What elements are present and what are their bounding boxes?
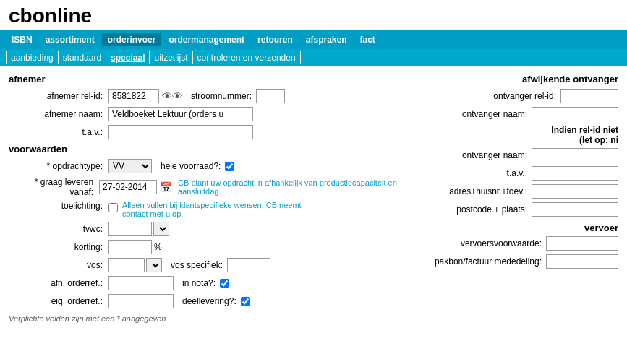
nav-afspraken[interactable]: afspraken (300, 33, 353, 46)
pakbon-input[interactable] (546, 254, 618, 269)
opdrachtype-label: * opdrachtype: (9, 161, 103, 171)
vos-label: vos: (9, 260, 103, 270)
eig-orderref-input[interactable] (108, 294, 174, 308)
pakbon-label: pakbon/factuur mededeling: (435, 256, 542, 266)
graag-leveren-label: * graag leveren vanaf: (9, 177, 93, 197)
stroomnummer-input[interactable] (256, 89, 285, 103)
tav-input[interactable] (108, 125, 253, 139)
sub-nav: aanbieding standaard speciaal uitzetlijs… (0, 49, 627, 66)
toelichting-info: Alleen vullen bij klantspecifieke wensen… (122, 201, 325, 218)
calendar-icon[interactable]: 📅 (160, 181, 172, 193)
nav-retouren[interactable]: retouren (252, 33, 299, 46)
postcode-row: postcode + plaats: (430, 202, 618, 217)
relid-input[interactable] (108, 89, 159, 103)
naam-label: afnemer naam: (9, 109, 103, 119)
relid-label: afnemer rel-id: (9, 91, 103, 101)
right-panel: afwijkende ontvanger ontvanger rel-id: o… (430, 74, 618, 323)
glasses-icon[interactable]: 👁👁 (162, 90, 182, 102)
stroomnummer-label: stroomnummer: (191, 91, 252, 101)
subnav-controleren[interactable]: controleren en verzenden (193, 51, 301, 64)
ontvanger-relid-input[interactable] (560, 89, 618, 103)
opdrachtype-row: * opdrachtype: VV hele voorraad?: (9, 159, 416, 173)
toelichting-checkbox[interactable] (108, 203, 118, 212)
subnav-aanbieding[interactable]: aanbieding (6, 51, 59, 64)
nav-assortiment[interactable]: assortiment (40, 33, 101, 46)
logo: cbonline (9, 4, 618, 27)
graag-leveren-row: * graag leveren vanaf: 📅 CB plant uw opd… (9, 177, 416, 197)
ontvanger-naam2-row: ontvanger naam: (430, 148, 618, 162)
nav-ordermanagement[interactable]: ordermanagement (163, 33, 250, 46)
header: cbonline (0, 0, 627, 30)
ontvanger-naam2-input[interactable] (532, 148, 618, 162)
afnemer-title: afnemer (9, 74, 416, 84)
indien-note2: (let op: ni (579, 135, 618, 145)
vos-select[interactable] (146, 258, 162, 272)
subnav-standaard[interactable]: standaard (59, 51, 106, 64)
adres-input[interactable] (532, 184, 618, 199)
afn-orderref-input[interactable] (108, 276, 174, 290)
graag-leveren-info: CB plant uw opdracht in afhankelijk van … (178, 178, 416, 196)
vos-row: vos: vos specifiek: (9, 258, 416, 272)
ontvanger-naam-row: ontvanger naam: (430, 107, 618, 121)
tav-row: t.a.v.: (9, 125, 416, 139)
ontvanger-naam2-label: ontvanger naam: (462, 150, 527, 160)
content: afnemer afnemer rel-id: 👁👁 stroomnummer:… (0, 66, 627, 330)
nav-fact[interactable]: fact (354, 33, 380, 46)
left-panel: afnemer afnemer rel-id: 👁👁 stroomnummer:… (9, 74, 416, 323)
adres-row: adres+huisnr.+toev.: (430, 184, 618, 199)
logo-cb: cb (9, 4, 33, 27)
footer-note: Verplichte velden zijn met een * aangege… (9, 314, 416, 323)
ontvanger-relid-label: ontvanger rel-id: (493, 91, 556, 101)
opdrachtype-select[interactable]: VV (108, 159, 152, 173)
vervoersvoorwaarde-label: vervoersvoorwaarde: (461, 238, 542, 248)
vervoersvoorwaarde-input[interactable] (546, 236, 618, 251)
vos-specifiek-input[interactable] (227, 258, 270, 272)
ontvanger-naam-label: ontvanger naam: (462, 109, 527, 119)
eig-orderref-row: eig. orderref.: deellevering?: (9, 294, 416, 308)
ontvanger-tav-input[interactable] (532, 166, 618, 181)
ontvanger-tav-label: t.a.v.: (507, 168, 527, 178)
voorwaarden-title: voorwaarden (9, 144, 416, 155)
ontvanger-naam-input[interactable] (532, 107, 618, 121)
logo-online: online (33, 4, 92, 27)
postcode-label: postcode + plaats: (456, 204, 527, 214)
afnemer-relid-row: afnemer rel-id: 👁👁 stroomnummer: (9, 89, 416, 103)
tvwc-label: tvwc: (9, 224, 103, 234)
subnav-uitzetlijst[interactable]: uitzetlijst (150, 51, 192, 64)
vervoer-title: vervoer (430, 222, 618, 233)
graag-leveren-input[interactable] (99, 180, 157, 194)
in-nota-label: in nota?: (182, 278, 216, 288)
afnemer-naam-row: afnemer naam: (9, 107, 416, 121)
afwijkende-title: afwijkende ontvanger (430, 74, 618, 84)
vos-specifiek-label: vos specifiek: (171, 260, 223, 270)
hele-voorraad-label: hele voorraad?: (161, 161, 221, 171)
tvwc-input[interactable] (108, 222, 152, 236)
tvwc-row: tvwc: (9, 222, 416, 236)
deellevering-checkbox[interactable] (241, 297, 250, 306)
subnav-speciaal[interactable]: speciaal (106, 51, 150, 64)
in-nota-checkbox[interactable] (220, 279, 229, 288)
ontvanger-tav-row: t.a.v.: (430, 166, 618, 181)
vervoersvoorwaarde-row: vervoersvoorwaarde: (430, 236, 618, 251)
naam-input[interactable] (108, 107, 253, 121)
vos-input[interactable] (108, 258, 145, 272)
adres-label: adres+huisnr.+toev.: (449, 186, 527, 196)
postcode-input[interactable] (532, 202, 618, 217)
afn-orderref-label: afn. orderref.: (9, 278, 103, 288)
toelichting-label: toelichting: (9, 201, 103, 211)
afn-orderref-row: afn. orderref.: in nota?: (9, 276, 416, 290)
korting-label: korting: (9, 242, 103, 252)
tav-label: t.a.v.: (9, 127, 103, 137)
pakbon-row: pakbon/factuur mededeling: (430, 254, 618, 269)
eig-orderref-label: eig. orderref.: (9, 296, 103, 306)
deellevering-label: deellevering?: (182, 296, 236, 306)
nav-isbn[interactable]: ISBN (6, 33, 38, 46)
korting-input[interactable] (108, 240, 152, 254)
nav-orderinvoer[interactable]: orderinvoer (102, 33, 162, 46)
tvwc-select[interactable] (153, 222, 169, 236)
hele-voorraad-checkbox[interactable] (225, 162, 234, 171)
main-nav: ISBN assortiment orderinvoer ordermanage… (0, 30, 627, 49)
korting-row: korting: % (9, 240, 416, 254)
ontvanger-relid-row: ontvanger rel-id: (430, 89, 618, 103)
indien-note: Indien rel-id niet (551, 125, 618, 135)
